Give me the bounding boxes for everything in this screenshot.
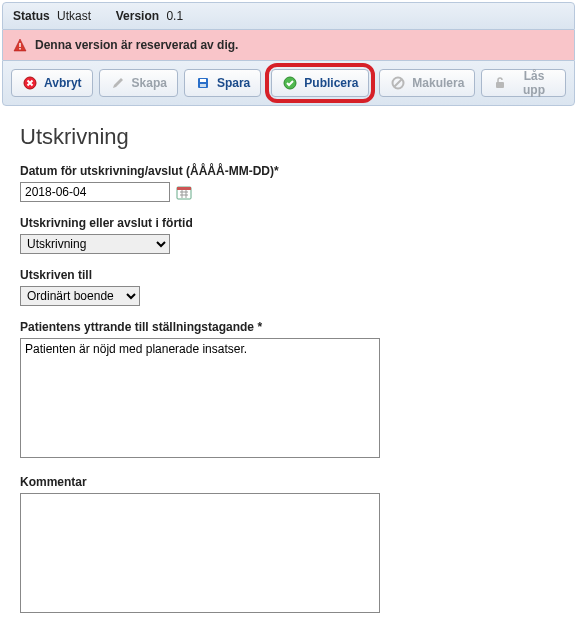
calendar-icon[interactable] <box>176 184 192 200</box>
svg-rect-2 <box>19 48 20 50</box>
prohibit-icon <box>390 75 406 91</box>
datum-label: Datum för utskrivning/avslut (ÅÅÅÅ-MM-DD… <box>20 164 557 178</box>
status-bar: Status Utkast Version 0.1 <box>2 2 575 30</box>
kommentar-label: Kommentar <box>20 475 557 489</box>
svg-rect-10 <box>496 82 504 88</box>
form-area: Utskrivning Datum för utskrivning/avslut… <box>0 106 577 624</box>
save-icon <box>195 75 211 91</box>
publicera-highlight: Publicera <box>265 63 375 103</box>
publicera-label: Publicera <box>304 76 358 90</box>
utskriven-till-select[interactable]: Ordinärt boende <box>20 286 140 306</box>
pencil-icon <box>110 75 126 91</box>
status-label: Status <box>13 9 50 23</box>
skapa-button[interactable]: Skapa <box>99 69 178 97</box>
svg-rect-5 <box>200 79 206 82</box>
fortid-select[interactable]: Utskrivning <box>20 234 170 254</box>
spara-label: Spara <box>217 76 250 90</box>
version-label: Version <box>116 9 159 23</box>
toolbar: Avbryt Skapa Spara Publicera Makulera Lå… <box>2 60 575 106</box>
field-kommentar: Kommentar <box>20 475 557 616</box>
warning-icon <box>13 38 27 52</box>
unlock-icon <box>492 75 507 91</box>
utskriven-till-label: Utskriven till <box>20 268 557 282</box>
avbryt-label: Avbryt <box>44 76 82 90</box>
yttrande-textarea[interactable] <box>20 338 380 458</box>
field-yttrande: Patientens yttrande till ställningstagan… <box>20 320 557 461</box>
svg-rect-1 <box>19 43 20 47</box>
alert-message: Denna version är reserverad av dig. <box>35 38 238 52</box>
las-upp-button[interactable]: Lås upp <box>481 69 566 97</box>
publicera-button[interactable]: Publicera <box>271 69 369 97</box>
svg-rect-6 <box>200 84 206 87</box>
version-value: 0.1 <box>166 9 183 23</box>
field-datum: Datum för utskrivning/avslut (ÅÅÅÅ-MM-DD… <box>20 164 557 202</box>
kommentar-textarea[interactable] <box>20 493 380 613</box>
spara-button[interactable]: Spara <box>184 69 261 97</box>
yttrande-label: Patientens yttrande till ställningstagan… <box>20 320 557 334</box>
field-fortid: Utskrivning eller avslut i förtid Utskri… <box>20 216 557 254</box>
cancel-icon <box>22 75 38 91</box>
check-circle-icon <box>282 75 298 91</box>
makulera-button[interactable]: Makulera <box>379 69 475 97</box>
svg-line-9 <box>395 80 402 87</box>
datum-input[interactable] <box>20 182 170 202</box>
svg-rect-12 <box>177 187 191 190</box>
fortid-label: Utskrivning eller avslut i förtid <box>20 216 557 230</box>
status-value: Utkast <box>57 9 91 23</box>
page-title: Utskrivning <box>20 124 557 150</box>
skapa-label: Skapa <box>132 76 167 90</box>
field-utskriven-till: Utskriven till Ordinärt boende <box>20 268 557 306</box>
makulera-label: Makulera <box>412 76 464 90</box>
avbryt-button[interactable]: Avbryt <box>11 69 93 97</box>
reserved-alert: Denna version är reserverad av dig. <box>2 30 575 60</box>
las-upp-label: Lås upp <box>513 69 555 97</box>
